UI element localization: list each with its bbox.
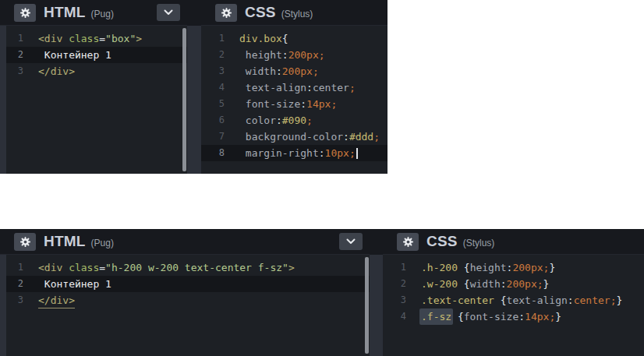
code-token: : — [306, 79, 313, 96]
code-token: <div — [38, 259, 69, 276]
editor-row-bottom: HTML (Pug) 1<div class="h-200 w-200 text… — [0, 229, 644, 356]
code-token: : — [507, 259, 513, 276]
code-token: background-color — [239, 129, 343, 145]
code-token: div.box — [239, 30, 282, 47]
code-line[interactable]: 1.h-200 {height:200px;} — [383, 259, 644, 276]
gear-icon — [19, 236, 31, 248]
css-editor-panel-bottom: CSS (Stylus) 1.h-200 {height:200px;}2.w-… — [383, 229, 644, 356]
code-token: Контейнер 1 — [38, 47, 111, 63]
code-line[interactable]: 3</div> — [0, 292, 370, 308]
code-token: { — [458, 259, 470, 276]
line-number: 8 — [201, 145, 225, 161]
code-token: ; — [349, 145, 356, 161]
code-token: width — [239, 63, 276, 79]
code-token: .text-center — [421, 292, 494, 308]
code-line[interactable]: 3.text-center {text-align:center;} — [383, 292, 644, 308]
gear-icon — [221, 7, 232, 19]
code-area[interactable]: 1<div class="h-200 w-200 text-center f-s… — [0, 255, 370, 356]
code-token: } — [555, 308, 561, 325]
editor-collapse-button[interactable] — [339, 233, 363, 250]
code-token: ; — [313, 63, 319, 79]
code-token: 14px — [525, 308, 549, 325]
code-token: 200px — [282, 63, 313, 79]
code-token: color — [239, 112, 276, 129]
code-token: ; — [610, 292, 617, 308]
code-token: : — [276, 63, 282, 79]
panel-resizer[interactable] — [370, 229, 383, 356]
code-token: .w-200 — [421, 276, 458, 292]
editor-syntax-label: (Pug) — [91, 6, 114, 19]
code-line[interactable]: 7 background-color:#ddd; — [201, 129, 387, 145]
code-token: font-size — [464, 308, 518, 325]
code-line[interactable]: 8 margin-right:10px; — [201, 145, 387, 161]
code-area[interactable]: 1<div class="box">2 Контейнер 13</div> — [0, 26, 187, 174]
code-line[interactable]: 3 width:200px; — [201, 63, 387, 79]
code-token: height — [239, 47, 282, 63]
code-token: : — [282, 47, 288, 63]
editor-settings-button[interactable] — [14, 233, 36, 251]
panel-resizer[interactable] — [187, 0, 201, 174]
editor-settings-button[interactable] — [397, 233, 419, 251]
editor-header: CSS (Stylus) — [201, 0, 387, 26]
code-line[interactable]: 2 Контейнер 1 — [0, 47, 187, 63]
text-cursor — [356, 148, 358, 159]
editor-title: CSS — [426, 233, 458, 250]
code-token: text-align — [239, 79, 306, 96]
code-token: { — [451, 308, 464, 325]
code-token: ; — [319, 47, 325, 63]
code-token: { — [494, 292, 507, 308]
code-token: : — [568, 292, 574, 308]
code-token: ; — [537, 276, 543, 292]
code-token: : — [518, 308, 525, 325]
code-token: 10px — [325, 145, 349, 161]
code-token: ; — [331, 96, 337, 112]
code-token: ; — [373, 129, 380, 145]
code-token: </div> — [38, 292, 75, 308]
code-token: <div — [38, 30, 69, 47]
editor-syntax-label: (Stylus) — [463, 235, 495, 248]
line-number: 7 — [201, 129, 225, 145]
line-number: 3 — [201, 63, 225, 79]
code-token: = — [99, 259, 105, 276]
code-token: ; — [349, 79, 356, 96]
code-line[interactable]: 1<div class="box"> — [0, 30, 187, 47]
code-token: : — [300, 96, 306, 112]
code-token: class — [69, 259, 99, 276]
code-token: font-size — [239, 96, 300, 112]
code-token: .h-200 — [421, 259, 458, 276]
code-token: ; — [306, 112, 313, 129]
editor-settings-button[interactable] — [14, 4, 36, 22]
code-line[interactable]: 3</div> — [0, 63, 187, 79]
code-token: class — [69, 30, 99, 47]
code-token: : — [343, 129, 349, 145]
code-line[interactable]: 4.f-sz {font-size:14px;} — [383, 308, 644, 325]
code-line[interactable]: 6 color:#090; — [201, 112, 387, 129]
code-line[interactable]: 2.w-200 {width:200px;} — [383, 276, 644, 292]
vertical-scrollbar[interactable] — [365, 257, 369, 354]
editor-settings-button[interactable] — [215, 4, 237, 22]
editor-collapse-button[interactable] — [157, 4, 180, 21]
code-line[interactable]: 1div.box{ — [201, 30, 387, 47]
line-number: 4 — [201, 79, 225, 96]
code-token: #090 — [282, 112, 306, 129]
vertical-scrollbar[interactable] — [182, 28, 186, 171]
editor-row-top: HTML (Pug) 1<div class="box">2 Контейнер… — [0, 0, 387, 174]
code-line[interactable]: 2 height:200px; — [201, 47, 387, 63]
code-line[interactable]: 2 Контейнер 1 — [0, 276, 370, 292]
gear-icon — [19, 7, 31, 19]
code-token: : — [319, 145, 325, 161]
code-line[interactable]: 5 font-size:14px; — [201, 96, 387, 112]
code-token: } — [616, 292, 622, 308]
line-number: 3 — [383, 292, 406, 308]
code-line[interactable]: 1<div class="h-200 w-200 text-center f-s… — [0, 259, 370, 276]
code-area[interactable]: 1div.box{2 height:200px;3 width:200px;4 … — [201, 26, 387, 174]
gear-icon — [402, 236, 414, 248]
code-area[interactable]: 1.h-200 {height:200px;}2.w-200 {width:20… — [383, 255, 644, 356]
code-token: width — [470, 276, 501, 292]
code-token: 200px — [288, 47, 319, 63]
code-token: "box" — [105, 30, 136, 47]
code-token: </div> — [38, 63, 75, 79]
editor-syntax-label: (Stylus) — [281, 6, 313, 19]
chevron-down-icon — [164, 9, 173, 16]
code-line[interactable]: 4 text-align:center; — [201, 79, 387, 96]
